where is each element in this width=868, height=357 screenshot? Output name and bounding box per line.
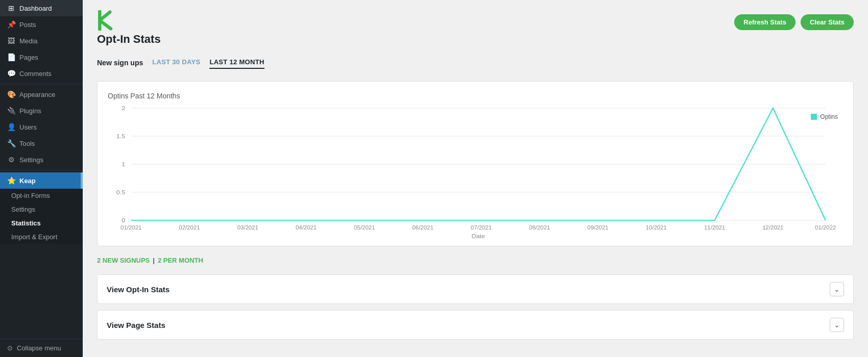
svg-text:1: 1 (122, 161, 125, 168)
keap-logo (97, 10, 115, 31)
optins-legend-swatch (811, 114, 817, 120)
posts-icon: 📌 (7, 20, 15, 29)
accordion-page-stats-chevron[interactable]: ⌄ (830, 318, 844, 332)
svg-text:01/2021: 01/2021 (120, 225, 141, 231)
page-header: Opt-In Stats Refresh Stats Clear Stats (97, 10, 854, 46)
legend-label: Optins (820, 113, 838, 120)
sidebar-item-tools[interactable]: 🔧 Tools (0, 135, 83, 151)
svg-text:12/2021: 12/2021 (762, 225, 783, 231)
collapse-menu[interactable]: ⊙ Collapse menu (0, 339, 83, 357)
sidebar-submenu-item-statistics[interactable]: Statistics (0, 216, 83, 230)
plugins-icon: 🔌 (7, 107, 15, 115)
tabs-area: New sign ups LAST 30 DAYS LAST 12 MONTH (97, 56, 854, 69)
sidebar-submenu-item-opt-in-forms[interactable]: Opt-in Forms (0, 189, 83, 202)
chart-legend: Optins (811, 113, 838, 120)
chart-card: Optins Past 12 Months Optins 2 1.5 (97, 81, 854, 246)
dashboard-icon: ⊞ (7, 4, 15, 12)
accordion-opt-in-stats-title: View Opt-In Stats (107, 285, 170, 294)
sidebar-item-appearance[interactable]: 🎨 Appearance (0, 86, 83, 103)
sidebar-item-plugins[interactable]: 🔌 Plugins (0, 103, 83, 119)
sidebar-item-keap[interactable]: ⭐ Keap (0, 172, 83, 189)
svg-text:1.5: 1.5 (116, 133, 126, 140)
sidebar-submenu-item-import-export[interactable]: Import & Export (0, 230, 83, 244)
sidebar: ⊞ Dashboard 📌 Posts 🖼 Media 📄 Pages 💬 Co… (0, 0, 83, 357)
separator: | (153, 257, 155, 264)
sidebar-item-media[interactable]: 🖼 Media (0, 33, 83, 49)
sidebar-item-posts[interactable]: 📌 Posts (0, 16, 83, 33)
tab-last-30-days[interactable]: LAST 30 DAYS (152, 56, 200, 69)
sidebar-submenu-item-settings[interactable]: Settings (0, 202, 83, 216)
sidebar-item-comments[interactable]: 💬 Comments (0, 65, 83, 82)
chevron-down-icon: ⌄ (834, 285, 840, 293)
sidebar-item-settings[interactable]: ⚙ Settings (0, 151, 83, 168)
svg-text:07/2021: 07/2021 (471, 225, 492, 231)
refresh-stats-button[interactable]: Refresh Stats (734, 14, 795, 30)
main-content: Opt-In Stats Refresh Stats Clear Stats N… (83, 0, 868, 357)
logo-area: Opt-In Stats (97, 10, 161, 46)
comments-icon: 💬 (7, 69, 15, 78)
chart-svg: 2 1.5 1 0.5 0 01/2021 02/2021 03/2021 04… (108, 108, 843, 231)
svg-text:11/2021: 11/2021 (704, 225, 725, 231)
tab-last-12-month[interactable]: LAST 12 MONTH (209, 56, 264, 69)
svg-text:06/2021: 06/2021 (413, 225, 433, 231)
svg-text:08/2021: 08/2021 (529, 225, 550, 231)
svg-text:04/2021: 04/2021 (296, 225, 317, 231)
appearance-icon: 🎨 (7, 90, 15, 98)
svg-text:10/2021: 10/2021 (646, 225, 667, 231)
new-signups-label: New sign ups (97, 59, 143, 67)
accordion-page-stats-header[interactable]: View Page Stats ⌄ (98, 311, 853, 339)
header-buttons: Refresh Stats Clear Stats (734, 14, 854, 30)
stats-summary: 2 NEW SIGNUPS | 2 PER MONTH (97, 257, 854, 264)
accordion-opt-in-stats: View Opt-In Stats ⌄ (97, 274, 854, 304)
media-icon: 🖼 (7, 37, 15, 45)
chart-container: Optins 2 1.5 1 0.5 0 (108, 108, 843, 241)
collapse-icon: ⊙ (7, 344, 13, 352)
accordion-opt-in-stats-chevron[interactable]: ⌄ (830, 282, 844, 296)
tools-icon: 🔧 (7, 139, 15, 147)
svg-text:05/2021: 05/2021 (354, 225, 375, 231)
pages-icon: 📄 (7, 53, 15, 61)
svg-text:02/2021: 02/2021 (179, 225, 200, 231)
clear-stats-button[interactable]: Clear Stats (801, 14, 854, 30)
chart-title: Optins Past 12 Months (108, 92, 843, 100)
sidebar-item-pages[interactable]: 📄 Pages (0, 49, 83, 65)
accordion-page-stats: View Page Stats ⌄ (97, 310, 854, 340)
svg-text:Date: Date (471, 233, 485, 240)
sidebar-divider-2 (0, 170, 83, 170)
accordion-page-stats-title: View Page Stats (107, 321, 165, 329)
users-icon: 👤 (7, 123, 15, 131)
svg-text:09/2021: 09/2021 (587, 225, 608, 231)
svg-text:03/2021: 03/2021 (237, 225, 258, 231)
accordion-opt-in-stats-header[interactable]: View Opt-In Stats ⌄ (98, 275, 853, 303)
chevron-down-icon-2: ⌄ (834, 321, 840, 329)
svg-text:2: 2 (122, 105, 125, 112)
sidebar-divider-1 (0, 84, 83, 84)
svg-text:0.5: 0.5 (116, 189, 126, 196)
keap-submenu: Opt-in Forms Settings Statistics Import … (0, 189, 83, 244)
keap-star-icon: ⭐ (7, 176, 15, 185)
per-month-count: 2 PER MONTH (158, 257, 203, 264)
signups-count: 2 NEW SIGNUPS (97, 257, 150, 264)
settings-icon: ⚙ (7, 156, 15, 164)
page-title: Opt-In Stats (97, 33, 161, 46)
sidebar-item-dashboard[interactable]: ⊞ Dashboard (0, 0, 83, 16)
svg-text:01/2022: 01/2022 (815, 225, 836, 231)
svg-text:0: 0 (122, 217, 125, 224)
sidebar-item-users[interactable]: 👤 Users (0, 119, 83, 135)
